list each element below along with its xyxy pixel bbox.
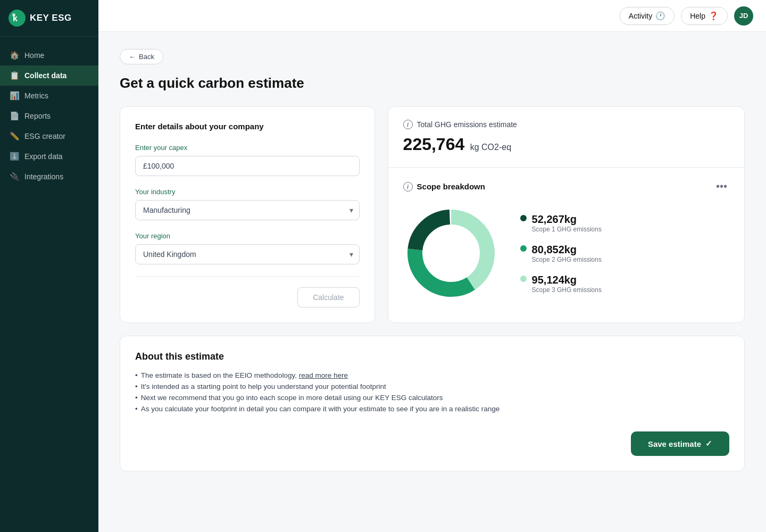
scope3-legend-item: 95,124kg Scope 3 GHG emissions (520, 274, 602, 294)
home-icon: 🏠 (10, 51, 19, 60)
help-label: Help (690, 12, 705, 20)
scope1-label: Scope 1 GHG emissions (532, 226, 602, 233)
scope3-value: 95,124kg (532, 274, 602, 286)
sidebar-label-collect-data: Collect data (24, 71, 66, 80)
sidebar-label-metrics: Metrics (24, 92, 48, 100)
sidebar-item-export-data[interactable]: ⬇️ Export data (0, 146, 98, 167)
logo-icon: k (9, 10, 26, 27)
calculate-button[interactable]: Calculate (297, 287, 359, 307)
activity-button[interactable]: Activity 🕐 (620, 7, 675, 25)
read-more-link[interactable]: read more here (299, 371, 348, 379)
svg-point-2 (12, 13, 15, 16)
about-bullet-4: As you calculate your footprint in detai… (135, 403, 729, 414)
region-group: Your region United Kingdom United States… (135, 232, 360, 264)
about-title: About this estimate (135, 351, 729, 362)
sidebar-item-integrations[interactable]: 🔌 Integrations (0, 167, 98, 187)
sidebar: k KEY ESG 🏠 Home 📋 Collect data 📊 Metric… (0, 0, 98, 532)
reports-icon: 📄 (10, 111, 19, 121)
avatar[interactable]: JD (734, 6, 753, 26)
sidebar-item-metrics[interactable]: 📊 Metrics (0, 86, 98, 106)
svg-point-6 (423, 226, 479, 281)
donut-chart (403, 205, 499, 301)
form-divider (135, 276, 360, 277)
sidebar-item-reports[interactable]: 📄 Reports (0, 106, 98, 126)
checkmark-icon: ✓ (705, 439, 712, 448)
sidebar-item-collect-data[interactable]: 📋 Collect data (0, 65, 98, 86)
activity-label: Activity (629, 12, 652, 20)
industry-label: Your industry (135, 188, 360, 196)
page-title: Get a quick carbon estimate (120, 75, 745, 92)
scope3-label: Scope 3 GHG emissions (532, 286, 602, 294)
about-bullet-1: The estimate is based on the EEIO method… (135, 370, 729, 381)
integrations-icon: 🔌 (10, 172, 19, 181)
region-select[interactable]: United Kingdom United States European Un… (135, 244, 360, 264)
total-info-icon: i (403, 120, 413, 129)
scope-section: i Scope breakdown ••• (388, 168, 744, 314)
esg-creator-icon: ✏️ (10, 131, 19, 141)
total-value: 225,764 (403, 135, 465, 154)
scope2-value: 80,852kg (532, 244, 602, 256)
back-arrow-icon: ← (129, 53, 136, 61)
help-button[interactable]: Help ❓ (681, 7, 728, 25)
scope2-label: Scope 2 GHG emissions (532, 256, 602, 263)
scope2-legend-item: 80,852kg Scope 2 GHG emissions (520, 244, 602, 263)
activity-icon: 🕐 (655, 11, 665, 21)
sidebar-label-export-data: Export data (24, 152, 63, 161)
export-data-icon: ⬇️ (10, 152, 19, 161)
scope-header: i Scope breakdown ••• (403, 180, 729, 193)
scope-title: i Scope breakdown (403, 182, 485, 192)
about-bullet-2-text: It's intended as a starting point to hel… (141, 383, 386, 390)
total-label: i Total GHG emissions estimate (403, 120, 729, 129)
sidebar-label-integrations: Integrations (24, 172, 63, 181)
about-bullet-2: It's intended as a starting point to hel… (135, 381, 729, 392)
industry-select[interactable]: Manufacturing Agriculture Construction F… (135, 200, 360, 220)
save-estimate-button[interactable]: Save estimate ✓ (631, 431, 729, 456)
sidebar-item-home[interactable]: 🏠 Home (0, 45, 98, 65)
total-unit: kg CO2-eq (470, 143, 511, 152)
industry-select-wrap: Manufacturing Agriculture Construction F… (135, 200, 360, 220)
capex-input[interactable] (135, 156, 360, 176)
scope-info-icon: i (403, 182, 413, 192)
main-content: Activity 🕐 Help ❓ JD ← Back Get a quick … (98, 0, 766, 532)
donut-svg (403, 205, 499, 301)
sidebar-label-reports: Reports (24, 112, 51, 120)
page-content: ← Back Get a quick carbon estimate Enter… (98, 32, 766, 532)
help-icon: ❓ (709, 11, 719, 21)
back-label: Back (139, 53, 154, 61)
scope1-value: 52,267kg (532, 213, 602, 226)
about-bullet-3: Next we recommend that you go into each … (135, 392, 729, 403)
scope-legend: 52,267kg Scope 1 GHG emissions 80,852kg … (520, 213, 602, 294)
region-label: Your region (135, 232, 360, 240)
metrics-icon: 📊 (10, 91, 19, 101)
about-bullet-1-text: The estimate is based on the EEIO method… (141, 371, 348, 379)
industry-group: Your industry Manufacturing Agriculture … (135, 188, 360, 220)
region-select-wrap: United Kingdom United States European Un… (135, 244, 360, 264)
logo: k KEY ESG (0, 0, 98, 37)
capex-label: Enter your capex (135, 144, 360, 152)
total-section: i Total GHG emissions estimate 225,764 k… (388, 107, 744, 168)
save-label: Save estimate (648, 439, 701, 448)
form-section-title: Enter details about your company (135, 122, 360, 131)
about-bullet-3-text: Next we recommend that you go into each … (141, 394, 443, 402)
about-card: About this estimate The estimate is base… (120, 336, 745, 471)
scope1-legend-item: 52,267kg Scope 1 GHG emissions (520, 213, 602, 233)
capex-group: Enter your capex (135, 144, 360, 176)
about-bullet-4-text: As you calculate your footprint in detai… (141, 405, 500, 413)
results-card: i Total GHG emissions estimate 225,764 k… (388, 106, 745, 323)
collect-data-icon: 📋 (10, 71, 19, 80)
scope1-dot (520, 215, 527, 221)
back-button[interactable]: ← Back (120, 49, 163, 64)
sidebar-label-home: Home (24, 51, 44, 60)
logo-text: KEY ESG (30, 13, 72, 23)
sidebar-nav: 🏠 Home 📋 Collect data 📊 Metrics 📄 Report… (0, 37, 98, 532)
sidebar-item-esg-creator[interactable]: ✏️ ESG creator (0, 126, 98, 146)
scope-content: 52,267kg Scope 1 GHG emissions 80,852kg … (403, 205, 729, 301)
more-options-button[interactable]: ••• (714, 180, 729, 193)
sidebar-label-esg-creator: ESG creator (24, 132, 65, 140)
total-value-display: 225,764 kg CO2-eq (403, 135, 729, 154)
about-list: The estimate is based on the EEIO method… (135, 370, 729, 414)
main-cards-row: Enter details about your company Enter y… (120, 106, 745, 323)
header: Activity 🕐 Help ❓ JD (98, 0, 766, 32)
scope3-dot (520, 276, 527, 282)
bottom-row: Save estimate ✓ (135, 431, 729, 456)
